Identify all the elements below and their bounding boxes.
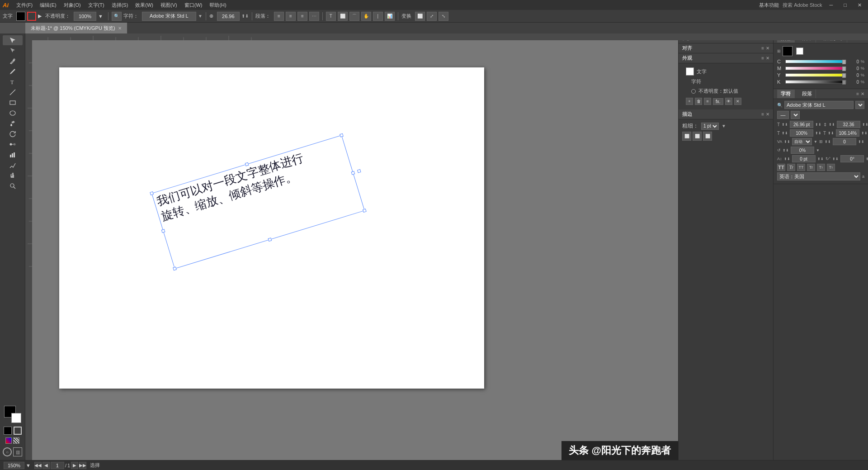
menu-help[interactable]: 帮助(H)	[206, 1, 229, 9]
expand-icon[interactable]: ⤢	[427, 12, 437, 21]
handle-bottom-left[interactable]	[173, 267, 177, 271]
collapse-icon[interactable]: ⤡	[439, 12, 448, 21]
select-tool[interactable]	[3, 35, 23, 45]
sub-btn[interactable]: T1	[827, 164, 835, 171]
char-expand-icon[interactable]: ≡	[856, 91, 859, 96]
y-slider[interactable]	[785, 73, 846, 77]
none-swatch[interactable]	[13, 437, 19, 444]
handle-top-left[interactable]	[150, 191, 154, 195]
appear-close-icon[interactable]: ✕	[766, 56, 769, 61]
stroke-close-icon[interactable]: ✕	[766, 112, 769, 117]
graph-tool[interactable]	[3, 150, 23, 160]
menu-object[interactable]: 对象(O)	[61, 1, 84, 9]
stroke-align-center[interactable]: ⬜	[693, 132, 702, 141]
fill-swatch[interactable]	[16, 12, 25, 21]
para-tab[interactable]: 段落	[798, 90, 816, 98]
layers-btn[interactable]: ▥	[13, 447, 22, 456]
nav-first-btn[interactable]: ◀◀	[34, 462, 42, 469]
c-slider[interactable]	[785, 60, 846, 63]
measure-tool[interactable]	[3, 160, 23, 170]
text-box-container[interactable]: 我们可以对一段文字整体进行 旋转、缩放、倾斜等操作。	[151, 135, 365, 269]
scale-h-input[interactable]	[790, 129, 813, 137]
handle-top-center[interactable]	[245, 162, 249, 166]
text-graph-icon[interactable]: 📊	[385, 12, 395, 21]
lang-select[interactable]: 英语：美国	[777, 172, 860, 180]
more-options-icon[interactable]: ⋯	[309, 12, 319, 21]
caps-btn[interactable]: TT	[797, 164, 805, 171]
menu-window[interactable]: 窗口(W)	[181, 1, 206, 9]
font-style-dropdown[interactable]: ▼	[791, 111, 800, 119]
document-tab[interactable]: 未标题-1* @ 150% (CMYK/GPU 预览) ✕	[25, 23, 127, 33]
menu-edit[interactable]: 编辑(E)	[37, 1, 60, 9]
appear-panel-header[interactable]: 外观 ≡ ✕	[679, 53, 773, 63]
direct-select-tool[interactable]	[3, 46, 23, 56]
color-fill-square[interactable]	[4, 427, 12, 435]
char-font-dropdown[interactable]: ▼	[855, 101, 864, 109]
opacity-input[interactable]	[74, 12, 96, 21]
close-button[interactable]: ✕	[854, 1, 865, 9]
smallcaps-btn[interactable]: Tr	[807, 164, 815, 171]
fontsize-arrows[interactable]: ⬆⬇	[241, 14, 249, 19]
text-path-icon[interactable]: ⌒	[349, 12, 359, 21]
zoom-input[interactable]	[4, 462, 24, 469]
text-area-icon[interactable]: ⬜	[338, 12, 348, 21]
zoom-dropdown-icon[interactable]: ▼	[26, 463, 31, 468]
appear-trash-icon[interactable]: ✕	[734, 98, 741, 105]
m-slider[interactable]	[785, 66, 846, 70]
stroke-align-outside[interactable]: ⬜	[703, 132, 712, 141]
rotate-handle[interactable]	[357, 169, 361, 173]
text-type-icon[interactable]: T	[326, 12, 336, 21]
align-left-icon[interactable]: ≡	[274, 12, 284, 21]
tab-close-icon[interactable]: ✕	[118, 26, 122, 31]
char-close-icon[interactable]: ✕	[861, 91, 864, 96]
appear-options-icon[interactable]: ≡	[704, 98, 711, 105]
scale-v-input[interactable]	[836, 129, 859, 137]
handle-bottom-right[interactable]	[363, 209, 367, 213]
tracking-input[interactable]	[833, 138, 856, 145]
baseline-input[interactable]	[792, 155, 816, 162]
rotation-input[interactable]	[791, 147, 814, 154]
menu-select[interactable]: 选择(S)	[108, 1, 132, 9]
font-size-char-input[interactable]	[790, 121, 813, 128]
ellipse-tool[interactable]	[3, 108, 23, 118]
rotate-tool[interactable]	[3, 129, 23, 139]
nav-next-btn[interactable]: ▶	[71, 462, 78, 469]
align-expand-icon[interactable]: ≡	[761, 46, 764, 51]
appear-add-icon[interactable]: +	[686, 98, 693, 105]
menu-file[interactable]: 文件(F)	[13, 1, 36, 9]
type-tool[interactable]: T	[3, 77, 23, 87]
line-tool[interactable]	[3, 87, 23, 97]
text-bar-icon[interactable]: |	[373, 12, 383, 21]
italic-btn[interactable]: Tr	[787, 164, 795, 171]
font-name-input[interactable]	[142, 12, 196, 21]
arrange-btn[interactable]: ○	[3, 447, 12, 456]
kerning-select[interactable]: 自动	[792, 138, 812, 145]
background-swatch[interactable]	[11, 413, 21, 423]
handle-bottom-center[interactable]	[268, 237, 272, 242]
stroke-panel-header[interactable]: 描边 ≡ ✕	[679, 109, 773, 119]
page-input[interactable]	[51, 462, 64, 469]
bold-btn[interactable]: TT	[777, 164, 785, 171]
char-tab[interactable]: 字符	[777, 90, 795, 98]
char-panel-header[interactable]: 字符 段落 ≡ ✕	[774, 89, 868, 99]
font-style-input[interactable]	[777, 111, 789, 119]
fx-button[interactable]: fx.	[713, 98, 723, 105]
paintbucket-tool[interactable]	[3, 119, 23, 128]
char-rotate-input[interactable]	[840, 155, 864, 162]
color-bg-swatch[interactable]	[796, 47, 803, 55]
nav-last-btn[interactable]: ▶▶	[79, 462, 86, 469]
stroke-width-select[interactable]: 1 pt 2 pt	[701, 123, 719, 130]
maximize-button[interactable]: □	[840, 1, 850, 9]
arrange-icon[interactable]: ⬜	[415, 12, 425, 21]
blend-tool[interactable]	[3, 139, 23, 149]
menu-text[interactable]: 文字(T)	[85, 1, 108, 9]
k-slider[interactable]	[785, 80, 846, 84]
align-panel-header[interactable]: 对齐 ≡ ✕	[679, 43, 773, 53]
char-font-input[interactable]	[784, 101, 854, 109]
appear-eye-icon[interactable]: 👁	[725, 98, 732, 105]
stroke-align-inside[interactable]: ⬜	[682, 132, 691, 141]
align-center-icon[interactable]: ≡	[286, 12, 296, 21]
handle-top-right[interactable]	[340, 133, 344, 138]
nav-prev-btn[interactable]: ◀	[42, 462, 50, 469]
appear-delete-icon[interactable]: 🗑	[695, 98, 702, 105]
